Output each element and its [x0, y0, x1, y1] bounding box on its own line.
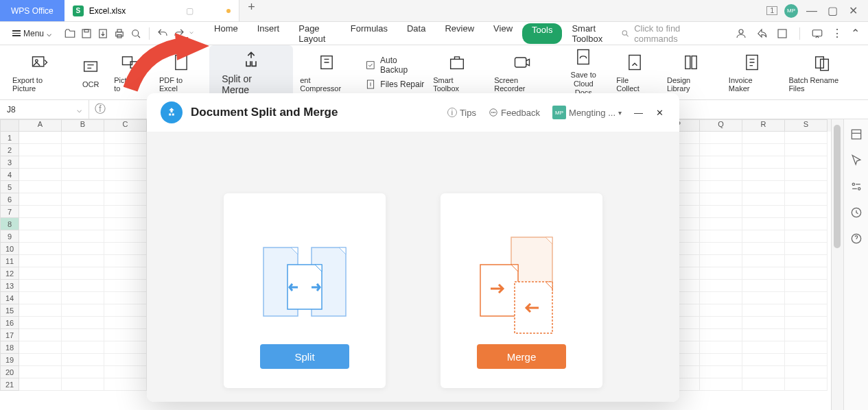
row-header[interactable]: 10: [0, 243, 19, 255]
cell[interactable]: [19, 144, 62, 156]
cell-reference[interactable]: J8 ⌵: [0, 100, 89, 119]
auto-backup-button[interactable]: Auto Backup: [365, 56, 426, 75]
cell[interactable]: [785, 243, 828, 255]
row-header[interactable]: 18: [0, 341, 19, 354]
invoice-maker-button[interactable]: Invoice Maker: [722, 45, 782, 99]
user-avatar[interactable]: MP: [784, 4, 798, 18]
open-icon[interactable]: [64, 27, 76, 40]
cell[interactable]: [62, 292, 104, 304]
cell[interactable]: [785, 366, 828, 378]
share-icon[interactable]: [755, 27, 768, 40]
select-all-corner[interactable]: [0, 119, 19, 132]
menu-page-layout[interactable]: Page Layout: [289, 23, 341, 44]
cell[interactable]: [785, 169, 828, 181]
split-or-merge-button[interactable]: Split or Merge: [209, 45, 293, 99]
row-header[interactable]: 6: [0, 193, 19, 206]
row-header[interactable]: 15: [0, 304, 19, 317]
cell[interactable]: [62, 181, 104, 193]
cell[interactable]: [19, 230, 62, 243]
cell[interactable]: [19, 292, 62, 304]
user-account-icon[interactable]: [735, 27, 747, 40]
preview-icon[interactable]: [130, 27, 142, 40]
cell[interactable]: [700, 243, 742, 255]
cell[interactable]: [62, 378, 104, 391]
picture-to-button[interactable]: Picture to: [107, 45, 152, 99]
row-header[interactable]: 14: [0, 292, 19, 304]
cell[interactable]: [19, 193, 62, 206]
cell[interactable]: [785, 341, 828, 354]
cell[interactable]: [104, 317, 147, 329]
column-header[interactable]: R: [742, 119, 785, 132]
column-header[interactable]: Q: [700, 119, 742, 132]
cell[interactable]: [104, 255, 147, 267]
row-header[interactable]: 11: [0, 255, 19, 267]
vertical-scrollbar[interactable]: [831, 119, 843, 410]
cell[interactable]: [700, 255, 742, 267]
scrollbar-thumb[interactable]: [834, 125, 841, 248]
cell[interactable]: [62, 304, 104, 317]
batch-rename-button[interactable]: Batch Rename Files: [782, 45, 863, 99]
cell[interactable]: [742, 181, 785, 193]
cell[interactable]: [19, 280, 62, 292]
cell[interactable]: [700, 181, 742, 193]
split-button[interactable]: Split: [260, 344, 349, 369]
cell[interactable]: [700, 230, 742, 243]
close-button[interactable]: ✕: [846, 4, 860, 18]
cell[interactable]: [700, 218, 742, 230]
cell[interactable]: [104, 193, 147, 206]
menu-view[interactable]: View: [484, 23, 522, 44]
cell[interactable]: [742, 243, 785, 255]
cell[interactable]: [742, 156, 785, 169]
cell[interactable]: [104, 341, 147, 354]
design-library-button[interactable]: Design Library: [660, 45, 722, 99]
cell[interactable]: [104, 304, 147, 317]
cell[interactable]: [785, 329, 828, 341]
cell[interactable]: [700, 366, 742, 378]
minimize-button[interactable]: —: [805, 4, 819, 18]
cell[interactable]: [62, 206, 104, 218]
menu-toggle[interactable]: Menu ⌵: [8, 29, 56, 38]
files-repair-button[interactable]: Files Repair: [365, 79, 426, 90]
cell[interactable]: [19, 156, 62, 169]
menu-tools[interactable]: Tools: [522, 23, 562, 44]
menu-formulas[interactable]: Formulas: [341, 23, 397, 44]
cell[interactable]: [62, 255, 104, 267]
column-header[interactable]: S: [785, 119, 828, 132]
cell[interactable]: [104, 132, 147, 144]
menu-data[interactable]: Data: [397, 23, 435, 44]
tips-button[interactable]: i Tips: [447, 108, 476, 118]
qat-dropdown-icon[interactable]: ⌵: [189, 27, 193, 40]
pdf-to-excel-button[interactable]: PDF to Excel: [152, 45, 209, 99]
cell[interactable]: [742, 193, 785, 206]
cell[interactable]: [700, 317, 742, 329]
row-header[interactable]: 9: [0, 230, 19, 243]
cell[interactable]: [742, 366, 785, 378]
user-menu[interactable]: MP Mengting ... ▾: [552, 106, 622, 119]
cell[interactable]: [62, 156, 104, 169]
cell[interactable]: [742, 317, 785, 329]
cell[interactable]: [19, 366, 62, 378]
cell[interactable]: [742, 292, 785, 304]
cell[interactable]: [19, 378, 62, 391]
cell[interactable]: [785, 181, 828, 193]
cell[interactable]: [62, 341, 104, 354]
cell[interactable]: [19, 181, 62, 193]
cell[interactable]: [19, 341, 62, 354]
cell[interactable]: [700, 280, 742, 292]
cell[interactable]: [19, 132, 62, 144]
cell[interactable]: [742, 280, 785, 292]
cell[interactable]: [19, 169, 62, 181]
cell[interactable]: [742, 206, 785, 218]
history-icon[interactable]: [849, 206, 863, 219]
cell[interactable]: [700, 206, 742, 218]
menu-smart-toolbox[interactable]: Smart Toolbox: [562, 23, 618, 44]
cell[interactable]: [700, 341, 742, 354]
cell[interactable]: [62, 267, 104, 280]
cell[interactable]: [700, 378, 742, 391]
cell[interactable]: [104, 181, 147, 193]
row-header[interactable]: 7: [0, 206, 19, 218]
cell[interactable]: [19, 354, 62, 366]
export-to-picture-button[interactable]: Export to Picture: [5, 45, 74, 99]
cell[interactable]: [62, 366, 104, 378]
cell[interactable]: [785, 267, 828, 280]
